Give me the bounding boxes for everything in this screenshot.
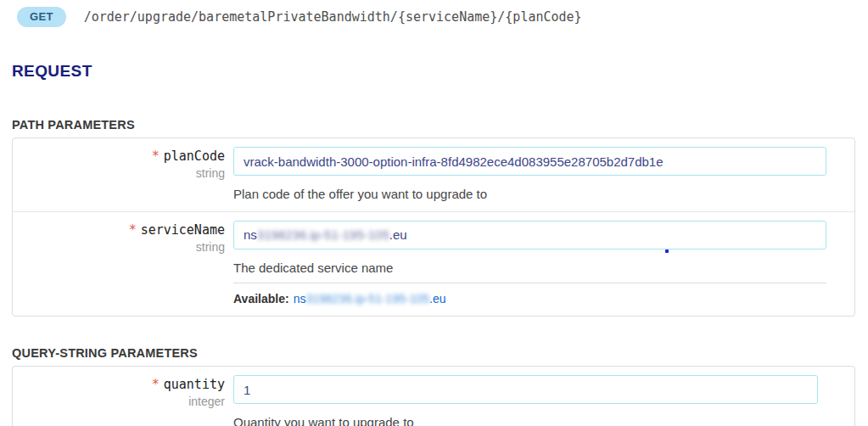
param-type-plancode: string [13, 166, 225, 180]
quantity-input[interactable] [233, 375, 818, 404]
param-label-plancode: *planCode string [13, 138, 225, 211]
http-method-badge: GET [17, 7, 66, 27]
param-name-quantity: quantity [164, 377, 225, 392]
servicename-value-suffix: .eu [389, 227, 407, 242]
param-type-quantity: integer [13, 395, 225, 408]
available-label: Available: [233, 292, 289, 305]
available-link-prefix: ns [294, 292, 306, 305]
query-string-parameters-box: *quantity integer Quantity you want to u… [12, 366, 855, 426]
param-row-quantity: *quantity integer Quantity you want to u… [13, 367, 854, 426]
path-parameters-heading: PATH PARAMETERS [12, 118, 868, 132]
endpoint-path: /order/upgrade/baremetalPrivateBandwidth… [84, 9, 582, 25]
path-parameters-box: *planCode string Plan code of the offer … [12, 137, 855, 317]
request-section-title: REQUEST [12, 62, 868, 81]
param-row-plancode: *planCode string Plan code of the offer … [13, 138, 854, 211]
available-link-redacted: 3198236.ip-51-195-105 [305, 292, 429, 305]
param-name-servicename: serviceName [141, 222, 225, 238]
required-asterisk: * [152, 377, 160, 392]
servicename-value-prefix: ns [244, 227, 257, 242]
available-servicename-link[interactable]: ns3198236.ip-51-195-105.eu [294, 292, 446, 305]
servicename-input[interactable]: ns3198236.ip-51-195-105.eu [233, 221, 826, 249]
quantity-description: Quantity you want to upgrade to [233, 415, 818, 426]
param-content-quantity: Quantity you want to upgrade to [225, 367, 854, 426]
param-label-quantity: *quantity integer [13, 367, 225, 426]
param-content-servicename: ns3198236.ip-51-195-105.eu The dedicated… [225, 212, 854, 316]
required-asterisk: * [129, 222, 137, 238]
plancode-description: Plan code of the offer you want to upgra… [233, 187, 826, 201]
param-label-servicename: *serviceName string [13, 212, 225, 316]
servicename-value-redacted: 3198236.ip-51-195-105 [257, 227, 389, 242]
query-string-parameters-heading: QUERY-STRING PARAMETERS [12, 346, 868, 360]
param-row-servicename: *serviceName string ns3198236.ip-51-195-… [13, 211, 854, 316]
required-asterisk: * [152, 149, 160, 164]
api-console-page: GET /order/upgrade/baremetalPrivateBandw… [0, 0, 868, 426]
available-block: Available:ns3198236.ip-51-195-105.eu [233, 283, 826, 305]
available-link-suffix: .eu [429, 292, 445, 305]
servicename-description: The dedicated service name [233, 261, 826, 275]
plancode-input[interactable] [233, 147, 826, 176]
param-name-plancode: planCode [164, 149, 225, 164]
param-content-plancode: Plan code of the offer you want to upgra… [225, 138, 854, 211]
param-type-servicename: string [13, 240, 225, 254]
stray-cursor-dot [665, 249, 669, 253]
endpoint-bar: GET /order/upgrade/baremetalPrivateBandw… [0, 0, 868, 27]
